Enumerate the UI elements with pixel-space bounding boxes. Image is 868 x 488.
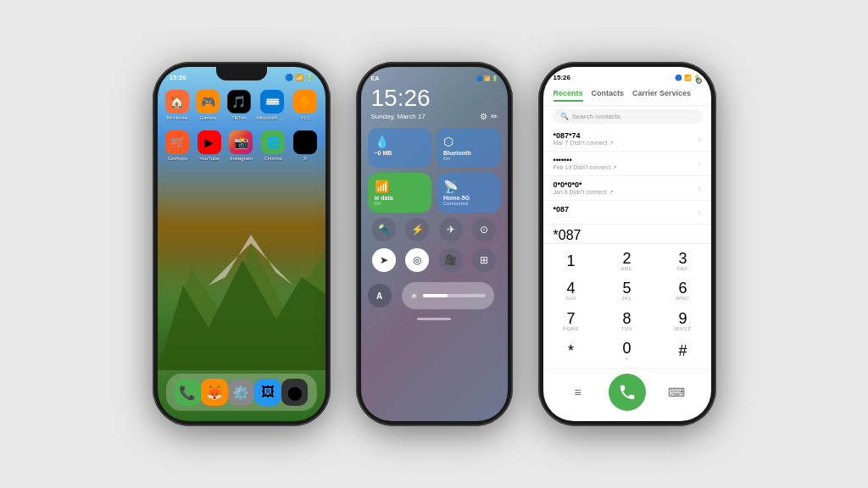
key-4[interactable]: 4 GHI (543, 276, 599, 307)
tab-contacts[interactable]: Contacts (592, 86, 625, 102)
cc-settings-icon[interactable]: ⚙ (480, 112, 487, 121)
xiaomi-wallpaper: 15:26 🔵 📶 🔋 🏠 Mi Home 🎮 Games (158, 67, 326, 421)
phone-1-screen: 15:26 🔵 📶 🔋 🏠 Mi Home 🎮 Games (158, 67, 326, 421)
recent-item-2[interactable]: ••••••• Feb 19 Didn't connect ↗ › (543, 152, 711, 176)
key-star[interactable]: * (543, 336, 599, 367)
dialpad: 1 2 ABC 3 DEF 4 GHI 5 JKL (543, 244, 711, 368)
data-icon: 📶 (375, 180, 426, 193)
app-chrome[interactable]: 🌐 Chrome (259, 130, 287, 161)
cc-status-icons: 🔵 📶 🔋 (476, 75, 498, 81)
key-8[interactable]: 8 TUV (599, 306, 655, 336)
app-x[interactable]: ✕ X (292, 130, 319, 161)
key-2[interactable]: 2 ABC (599, 246, 655, 276)
cc-edit-icon[interactable]: ✏ (491, 112, 498, 121)
recent-calls-list: *087*74 Mar 7 Didn't connect ↗ › •••••••… (543, 127, 711, 225)
notch (216, 67, 267, 80)
phone-2-screen: EA 🔵 📶 🔋 15:26 Sunday, March 17 ⚙ ✏ (361, 67, 508, 421)
bluetooth-icon: 🔵 (285, 74, 293, 81)
rotation-btn[interactable]: ⊙ (472, 218, 496, 241)
app-games[interactable]: 🎮 Games (195, 90, 221, 120)
phone-2-control-center: EA 🔵 📶 🔋 15:26 Sunday, March 17 ⚙ ✏ (356, 62, 513, 426)
camera-btn[interactable]: 🎥 (439, 248, 463, 272)
dock-browser[interactable]: 🦊 (201, 379, 228, 406)
phone-3-dialer: 15:26 🔵 📶 🔋 ⚙ Recents Contacts Carrier S… (538, 62, 716, 426)
cc-status-bar: EA 🔵 📶 🔋 (361, 67, 508, 85)
wifi-icon: 📡 (443, 180, 494, 193)
dialer-bt-icon: 🔵 (675, 75, 682, 81)
chevron-icon: › (698, 208, 700, 217)
dock-camera[interactable]: ⬤ (281, 379, 309, 406)
brightness-slider[interactable]: ☀ (402, 282, 494, 309)
dialer-time: 15:26 (554, 74, 570, 81)
app-tiktok[interactable]: 🎵 TikTok (226, 90, 253, 120)
search-placeholder: Search contacts (572, 113, 620, 120)
key-3[interactable]: 3 DEF (655, 246, 711, 276)
app-grid-row2: 🛒 GetApps ▶ YouTube 📸 Instagram 🌐 Chrome… (158, 125, 326, 166)
dialer-status-bar: 15:26 🔵 📶 🔋 (543, 67, 711, 83)
mountain-svg (158, 201, 326, 370)
recent-item-3[interactable]: 0*0*0*0* Jan 8 Didn't connect ↗ › (543, 176, 711, 201)
key-7[interactable]: 7 PQRS (543, 306, 599, 336)
chevron-icon: › (698, 135, 700, 144)
cc-time: 15:26 (361, 85, 508, 112)
tab-carrier-services[interactable]: Carrier Services (632, 86, 691, 102)
dial-input[interactable]: *087 (543, 225, 711, 244)
key-0[interactable]: 0 + (599, 336, 655, 367)
settings-btn[interactable]: ⚙ (695, 72, 703, 87)
app-mi-home[interactable]: 🏠 Mi Home (164, 90, 191, 120)
dialer-background: 15:26 🔵 📶 🔋 ⚙ Recents Contacts Carrier S… (543, 67, 711, 421)
cc-tile-data[interactable]: 📶 le data On (368, 173, 432, 213)
cc-tile-wifi[interactable]: 📡 Home-5G Connected (437, 173, 501, 213)
app-youtube[interactable]: ▶ YouTube (196, 130, 223, 161)
tab-recents[interactable]: Recents (554, 86, 583, 102)
flashlight-btn[interactable]: 🔦 (372, 218, 396, 241)
focus-mode-btn[interactable]: ◎ (405, 248, 429, 272)
key-6[interactable]: 6 MNO (655, 276, 711, 307)
app-getapps[interactable]: 🛒 GetApps (164, 130, 192, 161)
cc-tiles: 💧 ~0 MB ⬡ Bluetooth On 📶 le data On 📡 (361, 128, 508, 213)
battery-icon: 🔋 (305, 74, 314, 81)
focus-btn[interactable]: ⚡ (405, 218, 429, 241)
dialer-bottom-bar: ≡ ⌨ (543, 368, 711, 421)
brightness-icon: ☀ (410, 291, 418, 301)
phone-3-screen: 15:26 🔵 📶 🔋 ⚙ Recents Contacts Carrier S… (543, 67, 711, 421)
cc-tile-bluetooth[interactable]: ⬡ Bluetooth On (437, 128, 501, 168)
app-vlc[interactable]: 🔶 VLC (292, 90, 319, 120)
airplane-btn[interactable]: ✈ (439, 218, 463, 241)
key-5[interactable]: 5 JKL (599, 276, 655, 307)
dock-settings[interactable]: ⚙️ (228, 379, 255, 406)
home-indicator (417, 318, 451, 320)
dialer-signal-icon: 📶 (684, 75, 692, 81)
dock-gallery[interactable]: 🖼 (254, 379, 281, 406)
brightness-row: A ☀ (361, 277, 508, 314)
water-icon: 💧 (375, 135, 426, 148)
menu-btn[interactable]: ≡ (566, 380, 590, 404)
search-bar[interactable]: 🔍 Search contacts (552, 109, 703, 124)
brightness-fill (423, 294, 448, 297)
text-size-btn[interactable]: A (368, 284, 392, 308)
signal-icon: 📶 (295, 74, 303, 81)
dock-phone[interactable]: 📞 (175, 379, 202, 406)
app-swiftkey[interactable]: ⌨️ Microsoft SwiftKey (257, 90, 287, 120)
phone-1-xiaomi: 15:26 🔵 📶 🔋 🏠 Mi Home 🎮 Games (153, 62, 331, 426)
settings-icon: ⚙ (695, 76, 703, 86)
dialer-tabs: Recents Contacts Carrier Services (543, 83, 711, 106)
cc-tile-mobile-data[interactable]: 💧 ~0 MB (368, 128, 432, 168)
app-instagram[interactable]: 📸 Instagram (228, 130, 255, 161)
screenrecord-btn[interactable]: ⊞ (472, 248, 496, 272)
cc-battery-icon: 🔋 (492, 75, 498, 81)
recent-item-1[interactable]: *087*74 Mar 7 Didn't connect ↗ › (543, 127, 711, 152)
keypad-btn[interactable]: ⌨ (665, 380, 688, 404)
cc-date: Sunday, March 17 ⚙ ✏ (361, 112, 508, 128)
call-button[interactable] (609, 374, 646, 411)
dock: 📞 🦊 ⚙️ 🖼 ⬤ (166, 374, 317, 411)
location-btn[interactable]: ➤ (372, 248, 396, 272)
wallpaper-mountain (158, 201, 326, 370)
key-1[interactable]: 1 (543, 246, 599, 276)
cc-buttons-row1: 🔦 ⚡ ✈ ⊙ (361, 213, 508, 247)
status-icons: 🔵 📶 🔋 (285, 74, 314, 81)
call-icon (618, 383, 637, 402)
recent-item-4[interactable]: *087 ———— › (543, 201, 711, 225)
key-9[interactable]: 9 WXYZ (655, 306, 711, 336)
key-hash[interactable]: # (655, 336, 711, 367)
